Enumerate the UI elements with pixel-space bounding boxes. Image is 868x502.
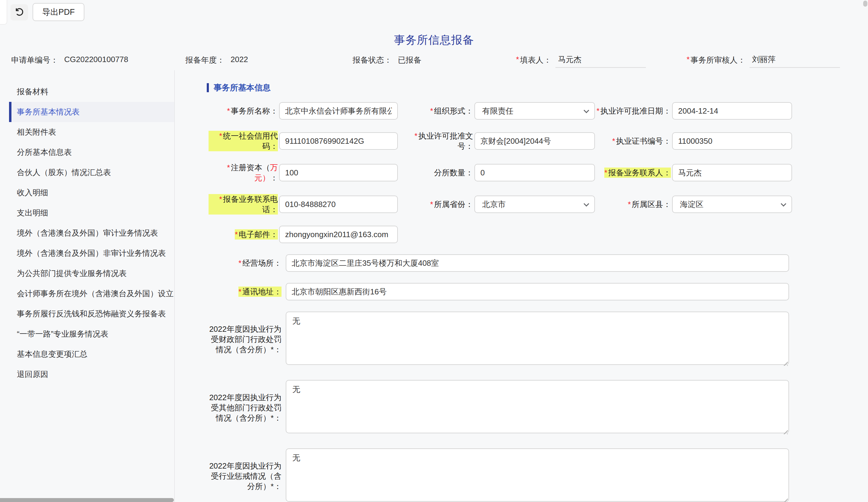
sidebar-item-report-materials[interactable]: 报备材料 <box>9 82 174 102</box>
back-button[interactable] <box>11 4 28 21</box>
penalty-other-textarea[interactable]: 无 <box>286 380 789 433</box>
license-doc-no-label: *执业许可批准文号： <box>412 131 473 151</box>
application-no-group: 申请单编号： CG202200100778 <box>11 55 128 65</box>
chevron-down-icon <box>583 107 589 113</box>
business-place-label: *经营场所： <box>238 258 281 268</box>
application-no-value: CG202200100778 <box>64 55 128 64</box>
org-form-select[interactable]: 有限责任 <box>474 102 595 119</box>
district-select[interactable]: 海淀区 <box>672 196 792 213</box>
industry-discipline-textarea[interactable]: 无 <box>286 448 789 502</box>
province-select[interactable]: 北京市 <box>474 196 595 213</box>
filler-label: 填表人： <box>520 55 551 65</box>
sidebar-item-expense-detail[interactable]: 支出明细 <box>9 203 174 223</box>
reviewer-label: 事务所审核人： <box>691 55 745 65</box>
sidebar-item-overseas-audit[interactable]: 境外（含港澳台及外国）审计业务情况表 <box>9 223 174 243</box>
scrollbar-thumb-vertical[interactable] <box>863 1 867 7</box>
application-no-label: 申请单编号： <box>11 55 58 65</box>
section-accent-bar <box>207 83 209 92</box>
sidebar-item-firm-basic-info-active[interactable]: 事务所基本情况表 <box>9 102 174 122</box>
report-year-label: 报备年度： <box>185 55 225 65</box>
contact-phone-label: *报备业务联系电话： <box>209 194 278 215</box>
license-doc-no-input[interactable] <box>474 132 595 150</box>
chevron-down-icon <box>583 201 589 206</box>
contact-person-input[interactable] <box>672 164 792 181</box>
form-row: *注册资本（万元）： 分所数量： *报备业务联系人： <box>204 163 868 183</box>
form-row: *经营场所： <box>204 254 868 272</box>
sidebar: 报备材料 事务所基本情况表 相关附件表 分所基本信息表 合伙人（股东）情况汇总表… <box>0 70 174 502</box>
business-place-input[interactable] <box>286 254 789 272</box>
section-header: 事务所基本信息 <box>207 82 868 93</box>
reviewer-input[interactable] <box>750 55 840 68</box>
sidebar-item-belt-and-road[interactable]: “一带一路”专业服务情况表 <box>9 324 174 344</box>
branch-count-label: 分所数量： <box>434 168 473 178</box>
province-label: *所属省份： <box>430 199 473 209</box>
filler-group: * 填表人： <box>516 55 646 68</box>
report-status-value: 已报备 <box>398 55 421 65</box>
sidebar-item-branch-basic-info[interactable]: 分所基本信息表 <box>9 142 174 163</box>
sidebar-item-basic-info-changes[interactable]: 基本信息变更项汇总 <box>9 344 174 364</box>
report-year-value: 2022 <box>230 55 248 64</box>
reg-capital-input[interactable] <box>279 164 398 181</box>
firm-name-input[interactable] <box>279 102 398 119</box>
report-year-group: 报备年度： 2022 <box>185 55 248 65</box>
report-status-label: 报备状态： <box>353 55 392 65</box>
cert-no-input[interactable] <box>672 132 792 150</box>
page-title: 事务所信息报备 <box>0 33 868 48</box>
credit-code-label: *统一社会信用代码： <box>209 131 278 151</box>
required-mark: * <box>686 55 690 64</box>
undo-back-icon <box>14 7 24 18</box>
license-date-input[interactable] <box>672 102 792 119</box>
form-row: *通讯地址： <box>204 283 868 301</box>
reg-capital-label: *注册资本（万元）： <box>209 163 278 183</box>
contact-phone-input[interactable] <box>279 196 398 213</box>
form-row: 2022年度因执业行为受财政部门行政处罚情况（含分所）*： 无 <box>204 312 868 367</box>
cert-no-label: *执业证书编号： <box>612 136 671 146</box>
penalty-other-label: 2022年度因执业行为受其他部门行政处罚情况（含分所）*： <box>204 392 281 423</box>
industry-discipline-label: 2022年度因执业行为受行业惩戒情况（含分所）*： <box>204 461 281 491</box>
contact-person-label: *报备业务联系人： <box>604 168 671 178</box>
export-pdf-button[interactable]: 导出PDF <box>32 3 84 21</box>
form-row: *事务所名称： *组织形式： 有限责任 *执业许可批准日期： <box>204 102 868 119</box>
filler-input[interactable] <box>556 55 646 68</box>
sidebar-item-attachments[interactable]: 相关附件表 <box>9 122 174 142</box>
form-row: *报备业务联系电话： *所属省份： 北京市 *所属区县： 海淀区 <box>204 194 868 215</box>
firm-basic-info-form: *事务所名称： *组织形式： 有限责任 *执业许可批准日期： *统一社会信用代码… <box>204 102 868 502</box>
form-row: *电子邮件： <box>204 226 868 243</box>
penalty-finance-textarea[interactable]: 无 <box>286 312 789 365</box>
form-row: *统一社会信用代码： *执业许可批准文号： *执业证书编号： <box>204 131 868 151</box>
meta-row: 申请单编号： CG202200100778 报备年度： 2022 报备状态： 已… <box>0 55 868 69</box>
chevron-down-icon <box>781 201 786 206</box>
app-root: 导出PDF 事务所信息报备 申请单编号： CG202200100778 报备年度… <box>0 0 868 502</box>
scrollbar-thumb-horizontal[interactable] <box>0 498 174 502</box>
sidebar-item-partners-summary[interactable]: 合伙人（股东）情况汇总表 <box>9 163 174 182</box>
org-form-label: *组织形式： <box>430 106 473 116</box>
form-row: 2022年度因执业行为受其他部门行政处罚情况（含分所）*： 无 <box>204 380 868 436</box>
section-title: 事务所基本信息 <box>214 82 271 93</box>
sidebar-item-overseas-establishment[interactable]: 会计师事务所在境外（含港澳台及外国）设立... <box>9 284 174 304</box>
corner-scroll-element <box>0 0 7 25</box>
sidebar-item-return-reason[interactable]: 退回原因 <box>9 364 174 385</box>
mailing-address-input[interactable] <box>286 283 789 301</box>
credit-code-input[interactable] <box>279 132 398 150</box>
report-status-group: 报备状态： 已报备 <box>353 55 421 65</box>
mailing-address-label: *通讯地址： <box>238 286 281 297</box>
district-label: *所属区县： <box>628 199 671 209</box>
sidebar-item-income-detail[interactable]: 收入明细 <box>9 182 174 203</box>
main-panel: 事务所基本信息 *事务所名称： *组织形式： 有限责任 *执业许可批准日期： *… <box>175 70 868 502</box>
sidebar-item-aml-report[interactable]: 事务所履行反洗钱和反恐怖融资义务报备表 <box>9 304 174 324</box>
email-label: *电子邮件： <box>235 229 278 240</box>
license-date-label: *执业许可批准日期： <box>597 106 671 116</box>
penalty-finance-label: 2022年度因执业行为受财政部门行政处罚情况（含分所）*： <box>204 324 281 355</box>
form-row: 2022年度因执业行为受行业惩戒情况（含分所）*： 无 <box>204 448 868 502</box>
firm-name-label: *事务所名称： <box>227 106 278 116</box>
sidebar-item-overseas-nonaudit[interactable]: 境外（含港澳台及外国）非审计业务情况表 <box>9 243 174 263</box>
sidebar-item-public-sector-services[interactable]: 为公共部门提供专业服务情况表 <box>9 263 174 284</box>
required-mark: * <box>516 55 519 64</box>
branch-count-input[interactable] <box>474 164 595 181</box>
reviewer-group: * 事务所审核人： <box>686 55 840 68</box>
email-input[interactable] <box>279 226 398 243</box>
